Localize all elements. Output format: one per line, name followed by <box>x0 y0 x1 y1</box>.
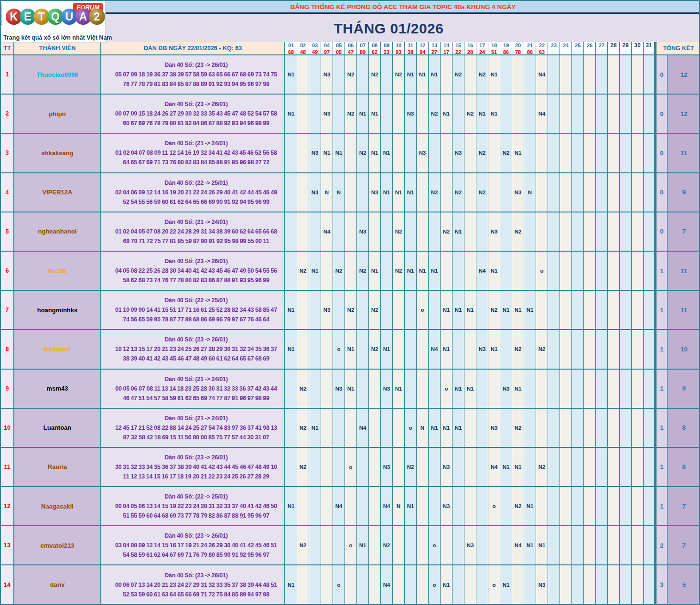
mark-cell <box>560 409 572 448</box>
mark-cell <box>441 526 452 565</box>
mark-cell <box>452 95 464 134</box>
mark-cell <box>500 212 512 252</box>
mark-cell <box>548 330 560 369</box>
mark-cell: N1 <box>429 55 441 95</box>
mark-cell <box>297 487 309 526</box>
mark-cell <box>644 448 656 487</box>
mark-cell <box>584 526 596 565</box>
mark-cell: N3 <box>369 173 381 212</box>
mark-cell <box>357 487 369 526</box>
site-logo: FORUM KETQUA2 Trang kết quả xổ số lớn nh… <box>2 1 106 42</box>
mark-cell <box>620 95 632 134</box>
mark-cell <box>309 212 321 252</box>
mark-cell <box>452 448 464 487</box>
dan-line1: 10 12 13 15 17 20 21 23 24 25 26 27 28 2… <box>115 344 277 354</box>
mark-cell: N1 <box>417 55 429 95</box>
mark-cell: N2 <box>536 448 548 487</box>
mark-cell <box>369 212 381 252</box>
mark-cell <box>345 565 357 605</box>
mark-cell <box>417 448 429 487</box>
row-index: 8 <box>1 330 14 369</box>
member-name: hoangminhks <box>14 291 101 330</box>
row-index: 2 <box>1 95 14 134</box>
mark-cell <box>620 55 632 95</box>
mark-cell <box>429 487 441 526</box>
total-hit: 7 <box>668 526 700 565</box>
mark-cell: N3 <box>464 526 476 565</box>
mark-cell: N3 <box>488 409 500 448</box>
mark-cell: N2 <box>345 291 357 330</box>
mark-cell: N2 <box>452 173 464 212</box>
row-index: 11 <box>1 448 14 487</box>
mark-cell: N1 <box>393 370 405 409</box>
dan-line1: 04 05 08 22 25 26 28 30 34 40 41 42 43 4… <box>115 266 277 276</box>
mark-cell: N2 <box>393 252 405 291</box>
mark-cell <box>476 212 488 252</box>
kq-value <box>632 49 644 55</box>
mark-cell <box>405 370 417 409</box>
mark-cell <box>500 409 512 448</box>
mark-cell: N2 <box>297 448 309 487</box>
dan-line1: 00 04 05 06 13 14 15 19 22 23 24 28 31 3… <box>115 501 277 511</box>
mark-cell <box>620 134 632 173</box>
mark-cell <box>596 55 608 95</box>
dan-title: Dàn 40 Số: (23 -> 26/01) <box>164 60 228 70</box>
mark-cell: N1 <box>441 291 452 330</box>
mark-cell <box>524 212 536 252</box>
mark-cell <box>381 252 393 291</box>
mark-cell <box>333 95 345 134</box>
mark-cell: N4 <box>333 487 345 526</box>
mark-cell: N1 <box>285 95 297 134</box>
row-index: 13 <box>1 526 14 565</box>
mark-cell <box>429 448 441 487</box>
mark-cell: N1 <box>512 134 524 173</box>
mark-cell <box>644 134 656 173</box>
mark-cell: N3 <box>500 370 512 409</box>
day-header: 28 <box>608 42 620 49</box>
mark-cell <box>584 448 596 487</box>
mark-cell <box>632 565 644 605</box>
mark-cell <box>632 291 644 330</box>
mark-cell <box>464 409 476 448</box>
dan-title: Dàn 40 Số: (23 -> 26/01) <box>164 99 228 109</box>
mark-cell: N1 <box>309 409 321 448</box>
mark-cell <box>333 448 345 487</box>
mark-cell <box>584 134 596 173</box>
mark-cell: N1 <box>488 55 500 95</box>
mark-cell <box>309 565 321 605</box>
mark-cell <box>644 330 656 369</box>
mark-cell: N4 <box>381 487 393 526</box>
mark-cell <box>608 330 620 369</box>
mark-cell: N1 <box>512 448 524 487</box>
dan-line2: 54 58 59 61 62 64 67 69 71 76 79 80 85 9… <box>123 550 269 560</box>
mark-cell <box>500 95 512 134</box>
kq-value: 63 <box>536 49 548 55</box>
day-header: 17 <box>476 42 488 49</box>
total-miss: 1 <box>656 409 668 448</box>
mark-cell <box>584 173 596 212</box>
day-header: 19 <box>500 42 512 49</box>
mark-cell <box>464 173 476 212</box>
mark-cell <box>309 370 321 409</box>
mark-cell: N2 <box>357 134 369 173</box>
dan-title: Dàn 40 Số: (21 -> 24/01) <box>164 414 228 423</box>
day-header: 08 <box>369 42 381 49</box>
kq-value: 68 <box>285 49 297 55</box>
mark-cell <box>548 487 560 526</box>
dan-title: Dàn 40 Số: (22 -> 25/01) <box>164 296 228 305</box>
mark-cell <box>297 95 309 134</box>
banner-title: BẢNG THỐNG KÊ PHONG ĐỘ ACE THAM GIA TOPI… <box>105 1 700 14</box>
mark-cell <box>285 448 297 487</box>
mark-cell <box>548 370 560 409</box>
mark-cell: N1 <box>488 252 500 291</box>
mark-cell <box>584 95 596 134</box>
mark-cell <box>560 95 572 134</box>
dan-cell: Dàn 40 Số: (22 -> 25/01)00 04 05 06 13 1… <box>101 487 285 526</box>
mark-cell <box>548 134 560 173</box>
mark-cell <box>381 55 393 95</box>
kq-value: 17 <box>441 49 452 55</box>
mark-cell: N1 <box>512 370 524 409</box>
mark-cell <box>620 487 632 526</box>
mark-cell <box>441 55 452 95</box>
mark-cell: N4 <box>381 565 393 605</box>
